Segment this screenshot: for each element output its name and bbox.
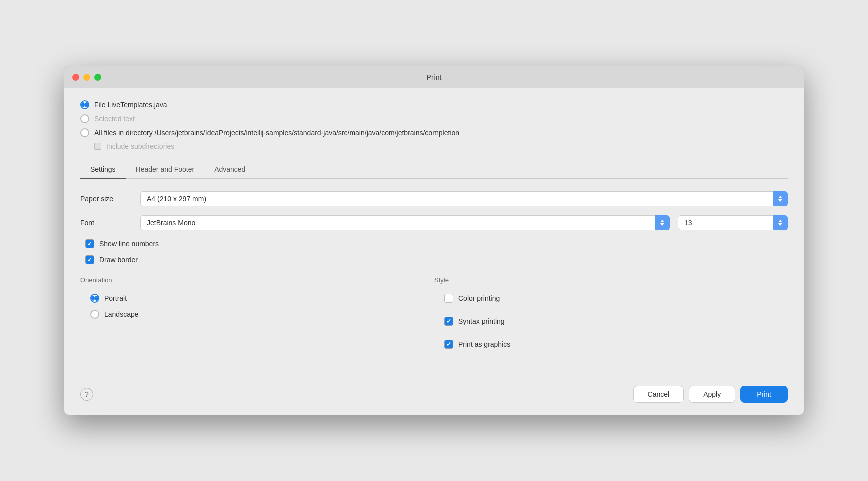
syntax-printing-checkbox[interactable]: ✓: [444, 317, 453, 326]
print-as-graphics-checkbox[interactable]: ✓: [444, 340, 453, 349]
graphics-checkmark-icon: ✓: [446, 341, 451, 347]
tab-settings[interactable]: Settings: [80, 160, 126, 179]
orientation-title-row: Orientation: [80, 276, 434, 284]
font-size-select[interactable]: 13: [678, 215, 788, 230]
radio-portrait-input[interactable]: [90, 294, 99, 303]
action-buttons: Cancel Apply Print: [633, 386, 788, 403]
radio-item-file[interactable]: File LiveTemplates.java: [80, 100, 788, 109]
tab-header-footer[interactable]: Header and Footer: [126, 160, 205, 179]
apply-button[interactable]: Apply: [689, 386, 735, 403]
syntax-printing-label: Syntax printing: [458, 317, 505, 325]
include-subdirectories-label: Include subdirectories: [106, 142, 174, 150]
radio-portrait-label: Portrait: [104, 294, 127, 302]
radio-landscape-label: Landscape: [104, 310, 139, 318]
font-size-wrapper: 13: [678, 215, 788, 230]
radio-selected-label: Selected text: [94, 115, 135, 123]
include-subdirectories-row: Include subdirectories: [94, 142, 788, 150]
window-controls: [72, 74, 101, 81]
checkmark-icon: ✓: [87, 241, 92, 247]
cancel-button[interactable]: Cancel: [633, 386, 684, 403]
show-line-numbers-row: ✓ Show line numbers: [85, 239, 788, 248]
radio-selected[interactable]: [80, 114, 89, 123]
print-dialog: Print File LiveTemplates.java Selected t…: [64, 66, 804, 415]
radio-item-allfiles[interactable]: All files in directory /Users/jetbrains/…: [80, 128, 788, 137]
print-as-graphics-row: ✓ Print as graphics: [444, 340, 788, 349]
paper-size-select-wrapper: A4 (210 x 297 mm): [140, 191, 788, 206]
tabs: Settings Header and Footer Advanced: [80, 160, 788, 179]
syntax-printing-row: ✓ Syntax printing: [444, 317, 788, 326]
print-button[interactable]: Print: [740, 386, 788, 403]
orientation-divider: [118, 280, 434, 280]
paper-size-row: Paper size A4 (210 x 297 mm): [80, 191, 788, 206]
paper-size-select[interactable]: A4 (210 x 297 mm): [140, 191, 788, 206]
titlebar: Print: [64, 66, 804, 88]
help-button[interactable]: ?: [80, 388, 93, 401]
radio-item-selected[interactable]: Selected text: [80, 114, 788, 123]
paper-size-label: Paper size: [80, 195, 140, 203]
radio-portrait[interactable]: Portrait: [90, 294, 434, 303]
color-printing-checkbox[interactable]: [444, 294, 453, 303]
bottom-bar: ? Cancel Apply Print: [64, 376, 804, 415]
radio-landscape-input[interactable]: [90, 310, 99, 319]
checkmark-icon: ✓: [87, 257, 92, 263]
orientation-options: Portrait Landscape: [80, 294, 434, 319]
close-button[interactable]: [72, 74, 79, 81]
radio-allfiles-label: All files in directory /Users/jetbrains/…: [94, 129, 459, 137]
color-printing-label: Color printing: [458, 294, 500, 302]
sections-row: Orientation Portrait: [80, 276, 788, 356]
style-title: Style: [434, 276, 449, 284]
radio-file-label: File LiveTemplates.java: [94, 101, 167, 109]
window-title: Print: [427, 73, 442, 81]
radio-landscape[interactable]: Landscape: [90, 310, 434, 319]
radio-file[interactable]: [80, 100, 89, 109]
dialog-content: File LiveTemplates.java Selected text Al…: [64, 88, 804, 376]
draw-border-label: Draw border: [99, 256, 138, 264]
style-title-row: Style: [434, 276, 788, 284]
draw-border-checkbox[interactable]: ✓: [85, 255, 94, 264]
include-subdirectories-checkbox[interactable]: [94, 143, 101, 150]
orientation-title: Orientation: [80, 276, 112, 284]
font-select-wrapper: JetBrains Mono: [140, 215, 670, 230]
color-printing-row: Color printing: [444, 294, 788, 303]
print-as-graphics-label: Print as graphics: [458, 340, 510, 348]
show-line-numbers-checkbox[interactable]: ✓: [85, 239, 94, 248]
orientation-section: Orientation Portrait: [80, 276, 434, 356]
font-select[interactable]: JetBrains Mono: [140, 215, 670, 230]
font-row: Font JetBrains Mono 13: [80, 215, 788, 230]
print-scope-group: File LiveTemplates.java Selected text Al…: [80, 100, 788, 150]
maximize-button[interactable]: [94, 74, 101, 81]
radio-allfiles[interactable]: [80, 128, 89, 137]
settings-panel: Paper size A4 (210 x 297 mm) Font J: [80, 179, 788, 366]
tab-advanced[interactable]: Advanced: [204, 160, 255, 179]
style-section: Style Color printing ✓: [434, 276, 788, 356]
style-options: Color printing ✓ Syntax printing: [434, 294, 788, 356]
show-line-numbers-label: Show line numbers: [99, 240, 159, 248]
minimize-button[interactable]: [83, 74, 90, 81]
syntax-checkmark-icon: ✓: [446, 318, 451, 324]
style-divider: [455, 280, 788, 280]
draw-border-row: ✓ Draw border: [85, 255, 788, 264]
font-label: Font: [80, 219, 140, 227]
